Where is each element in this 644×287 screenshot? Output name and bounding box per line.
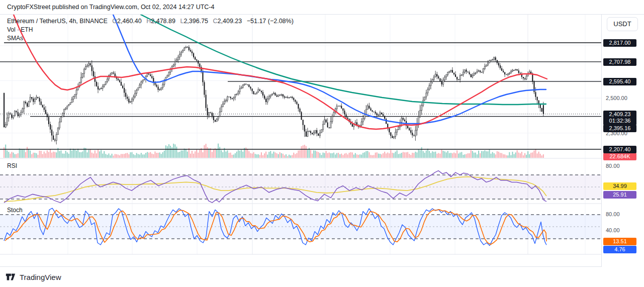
stoch-d-label: 13.51 — [603, 238, 636, 245]
tradingview-logo-icon — [5, 271, 16, 282]
level-label-2395: 2,395.16 — [603, 125, 636, 132]
chart-frame: Ethereum / TetherUS, 4h, BINANCE O2,460.… — [0, 14, 644, 267]
rsi-pane-label[interactable]: RSI — [7, 162, 17, 169]
change-value: −51.17 (−2.08%) — [247, 18, 294, 25]
volume-value-label: 22.684K — [603, 153, 636, 160]
stoch-k-label: 4.76 — [603, 246, 636, 253]
current-price-value: 2,409.23 — [603, 111, 636, 118]
stoch-tick-80: 80.00 — [606, 211, 641, 217]
level-label-2207: 2,207.40 — [603, 146, 636, 153]
bar-countdown: 01:32:36 — [603, 118, 636, 124]
symbol-ohlc-row: Ethereum / TetherUS, 4h, BINANCE O2,460.… — [7, 18, 294, 25]
chart-legend[interactable]: Ethereum / TetherUS, 4h, BINANCE O2,460.… — [7, 18, 294, 42]
rsi-ma-label: 34.99 — [603, 182, 636, 190]
currency-toggle-button[interactable]: USDT — [607, 17, 638, 31]
high-value: 2,478.89 — [151, 18, 175, 25]
level-label-2817: 2,817.00 — [603, 39, 636, 47]
low-value: 2,396.75 — [183, 18, 208, 25]
current-price-label: 2,409.23 01:32:36 — [603, 111, 636, 125]
symbol-title[interactable]: Ethereum / TetherUS, 4h, BINANCE — [7, 18, 108, 25]
footer-bar: TradingView — [0, 266, 644, 287]
open-label: O — [112, 18, 117, 25]
level-label-2707: 2,707.98 — [603, 58, 636, 66]
attribution-bar: CryptoFXStreet published on TradingView.… — [0, 0, 644, 14]
rsi-tick-80: 80.00 — [606, 163, 641, 169]
price-scale[interactable]: USDT 2,817.00 2,707.98 2,595.40 2,500.00… — [601, 15, 644, 267]
smas-study-label[interactable]: SMAs — [7, 35, 294, 42]
close-value: 2,409.23 — [218, 18, 242, 25]
high-label: H — [146, 18, 151, 25]
tradingview-published-chart: CryptoFXStreet published on TradingView.… — [0, 0, 644, 287]
close-label: C — [213, 18, 218, 25]
stoch-tick-40: 40.00 — [606, 227, 641, 233]
level-label-2595: 2,595.40 — [603, 78, 636, 85]
axis-tick-2500: 2,500.00 — [606, 95, 641, 101]
chart-canvas[interactable] — [0, 15, 601, 267]
rsi-value-label: 25.91 — [603, 191, 636, 199]
open-value: 2,460.40 — [117, 18, 142, 25]
stoch-pane-label[interactable]: Stoch — [7, 207, 23, 214]
tradingview-logo-text: TradingView — [20, 273, 61, 281]
attribution-text: CryptoFXStreet published on TradingView.… — [7, 4, 215, 11]
volume-study-label[interactable]: Vol · ETH — [7, 26, 294, 33]
tradingview-logo[interactable]: TradingView — [5, 271, 61, 282]
